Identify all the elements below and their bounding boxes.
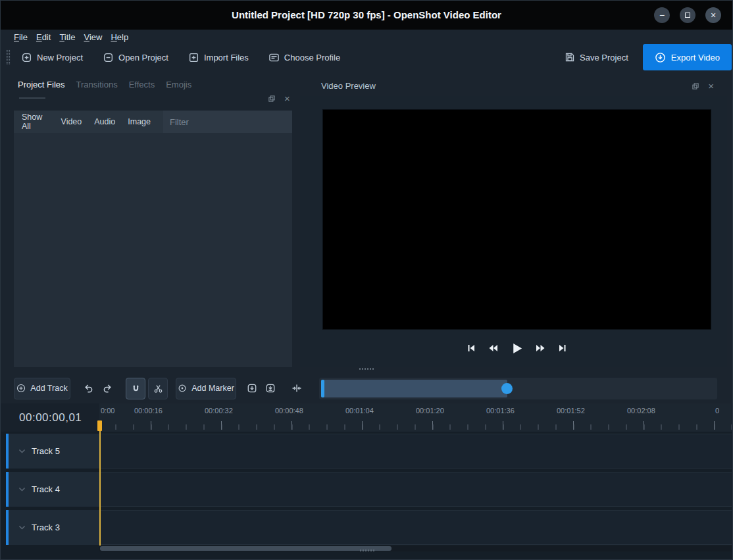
- export-video-button[interactable]: Export Video: [643, 44, 732, 70]
- menu-edit[interactable]: Edit: [36, 32, 51, 42]
- timecode-area: 00:00:00,01: [1, 403, 99, 432]
- preview-timeline-splitter-handle[interactable]: [359, 367, 374, 370]
- panel-resize-handle[interactable]: [19, 97, 45, 99]
- chevron-down-icon[interactable]: [18, 523, 26, 532]
- timeline-horizontal-scrollbar[interactable]: [99, 546, 732, 551]
- ruler-label: 00:01:04: [345, 407, 374, 415]
- ruler-label: 00:00:32: [205, 407, 233, 415]
- tab-transitions[interactable]: Transitions: [76, 80, 118, 89]
- add-track-button[interactable]: Add Track: [14, 378, 70, 399]
- playback-controls: [323, 333, 711, 363]
- snapping-toggle-button[interactable]: [126, 378, 145, 399]
- new-project-label: New Project: [37, 53, 83, 63]
- track-row: Track 4: [6, 472, 732, 507]
- open-project-icon: [103, 52, 114, 63]
- zoom-slider-left-handle[interactable]: [321, 380, 324, 397]
- track-content[interactable]: [99, 472, 732, 507]
- jump-to-start-button[interactable]: [466, 343, 476, 353]
- ruler-label: 00:02:08: [627, 407, 655, 415]
- track-content[interactable]: [99, 510, 732, 545]
- ruler-label: 0: [715, 407, 719, 415]
- tab-effects[interactable]: Effects: [129, 80, 155, 89]
- center-on-playhead-button[interactable]: [288, 378, 306, 399]
- filter-audio-button[interactable]: Audio: [94, 117, 115, 126]
- filter-image-button[interactable]: Image: [128, 117, 151, 126]
- project-panel-tabs: Project Files Transitions Effects Emojis: [18, 80, 191, 89]
- next-marker-button[interactable]: [261, 378, 280, 399]
- filter-input[interactable]: [163, 111, 292, 133]
- playhead-marker[interactable]: [97, 420, 102, 431]
- choose-profile-button[interactable]: Choose Profile: [268, 52, 340, 63]
- track-content[interactable]: [99, 434, 732, 469]
- razor-tool-button[interactable]: [148, 378, 168, 399]
- maximize-button[interactable]: [680, 7, 695, 23]
- add-marker-button[interactable]: Add Marker: [176, 378, 236, 399]
- close-panel-icon[interactable]: ×: [284, 95, 290, 103]
- close-button[interactable]: ×: [705, 7, 721, 23]
- toolbar-drag-handle[interactable]: [6, 49, 11, 65]
- track-accent-bar: [6, 472, 9, 507]
- timeline-ruler[interactable]: 0:00 00:00:16 00:00:32 00:00:48 00:01:04…: [99, 403, 732, 432]
- scrollbar-thumb[interactable]: [100, 546, 392, 551]
- float-panel-icon[interactable]: [692, 82, 699, 90]
- files-filter-row: Show All Video Audio Image: [14, 111, 292, 133]
- track-header[interactable]: Track 5: [6, 434, 99, 469]
- minimize-button[interactable]: −: [654, 7, 670, 23]
- rewind-button[interactable]: [488, 343, 499, 353]
- new-project-button[interactable]: New Project: [21, 52, 83, 63]
- title-bar: Untitled Project [HD 720p 30 fps] - Open…: [1, 1, 732, 30]
- undo-button[interactable]: [80, 378, 98, 399]
- menu-title[interactable]: Title: [59, 32, 75, 42]
- video-preview-screen: [323, 110, 711, 329]
- files-list-empty-area[interactable]: [14, 133, 292, 367]
- open-project-button[interactable]: Open Project: [103, 52, 168, 63]
- filter-show-all-button[interactable]: Show All: [22, 113, 49, 131]
- import-files-button[interactable]: Import Files: [188, 52, 249, 63]
- new-project-icon: [21, 52, 32, 63]
- chevron-down-icon[interactable]: [18, 485, 26, 494]
- filter-video-button[interactable]: Video: [61, 117, 82, 126]
- preview-panel-controls: ×: [692, 82, 714, 90]
- export-video-icon: [655, 52, 666, 63]
- menu-file[interactable]: File: [14, 32, 28, 42]
- tab-project-files[interactable]: Project Files: [18, 80, 65, 89]
- redo-button[interactable]: [98, 378, 116, 399]
- add-marker-label: Add Marker: [191, 384, 234, 393]
- previous-marker-button[interactable]: [243, 378, 261, 399]
- timeline-toolbar: Add Track Add Marker: [14, 377, 306, 399]
- scissors-icon: [153, 384, 163, 394]
- magnet-icon: [131, 384, 141, 394]
- project-files-panel: Show All Video Audio Image: [14, 111, 292, 367]
- track-header[interactable]: Track 4: [6, 472, 99, 507]
- track-row: Track 3: [6, 510, 732, 545]
- ruler-label: 00:01:52: [557, 407, 585, 415]
- track-accent-bar: [6, 434, 9, 469]
- main-toolbar: New Project Open Project Import Files Ch…: [1, 44, 732, 70]
- track-header[interactable]: Track 3: [6, 510, 99, 545]
- float-panel-icon[interactable]: [268, 95, 276, 103]
- zoom-slider-range[interactable]: [321, 380, 507, 397]
- tab-emojis[interactable]: Emojis: [166, 80, 191, 89]
- menu-view[interactable]: View: [84, 32, 102, 42]
- timeline-zoom-slider[interactable]: [319, 378, 717, 399]
- ruler-label: 00:01:36: [486, 407, 515, 415]
- fast-forward-button[interactable]: [535, 343, 546, 353]
- zoom-slider-right-handle[interactable]: [501, 383, 513, 394]
- video-preview-title: Video Preview: [321, 81, 376, 91]
- export-video-label: Export Video: [671, 53, 720, 63]
- track-accent-bar: [6, 510, 9, 545]
- close-panel-icon[interactable]: ×: [708, 82, 714, 90]
- track-row: Track 5: [6, 434, 732, 469]
- maximize-icon: [685, 13, 690, 18]
- jump-to-end-button[interactable]: [557, 343, 568, 353]
- open-project-label: Open Project: [118, 53, 168, 63]
- track-label: Track 4: [32, 484, 60, 494]
- bottom-splitter-handle[interactable]: [359, 549, 375, 552]
- save-project-button[interactable]: Save Project: [565, 52, 628, 63]
- track-label: Track 3: [32, 522, 60, 532]
- marker-icon: [178, 384, 187, 393]
- chevron-down-icon[interactable]: [18, 447, 26, 455]
- play-button[interactable]: [510, 342, 524, 355]
- menu-help[interactable]: Help: [111, 32, 128, 42]
- app-window: Untitled Project [HD 720p 30 fps] - Open…: [0, 0, 733, 560]
